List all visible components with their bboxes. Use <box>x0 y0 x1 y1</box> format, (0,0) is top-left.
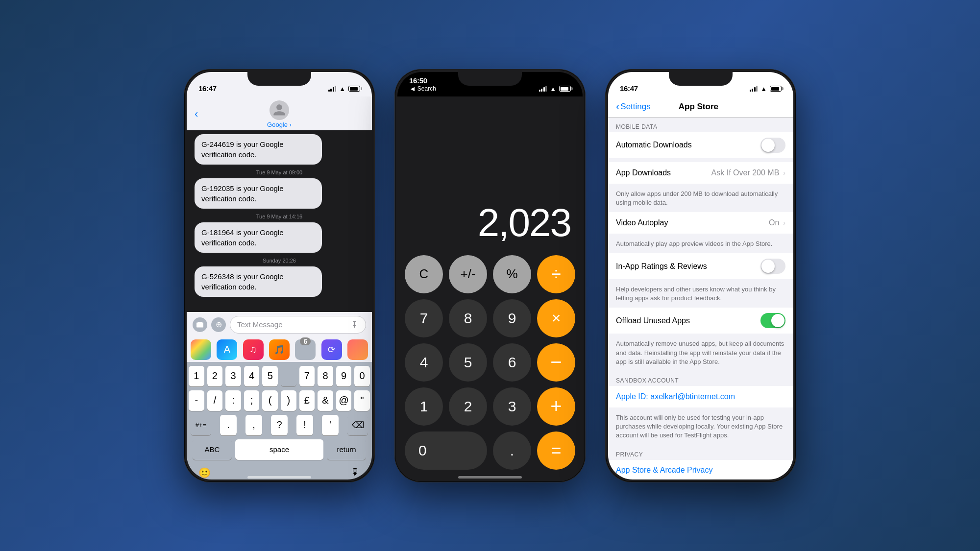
camera-icon[interactable] <box>193 317 207 332</box>
contact-info[interactable]: Google › <box>267 100 292 128</box>
btn-1[interactable]: 1 <box>405 387 443 426</box>
key-4[interactable]: 4 <box>244 366 260 386</box>
key-space[interactable] <box>281 366 296 386</box>
key-semicolon[interactable]: ; <box>244 390 260 411</box>
key-slash[interactable]: / <box>207 390 223 411</box>
phone-settings: 16:47 ▲ ‹ Settings App Store <box>605 69 796 482</box>
btn-equals[interactable]: = <box>537 431 575 470</box>
btn-multiply[interactable]: × <box>537 299 575 337</box>
key-colon[interactable]: : <box>225 390 241 411</box>
key-amp[interactable]: & <box>318 390 333 411</box>
key-comma[interactable]: , <box>245 415 262 435</box>
key-8[interactable]: 8 <box>318 366 333 386</box>
apps-icon[interactable]: ⊕ <box>211 317 226 332</box>
btn-0[interactable]: 0 <box>405 431 487 470</box>
btn-4[interactable]: 4 <box>405 343 443 382</box>
key-at[interactable]: @ <box>336 390 352 411</box>
status-bar-1: 16:47 ▲ <box>187 72 372 96</box>
toggle-offload-apps[interactable] <box>760 313 785 328</box>
photos-app-icon[interactable] <box>191 339 211 360</box>
btn-7[interactable]: 7 <box>405 299 443 337</box>
btn-2[interactable]: 2 <box>449 387 487 426</box>
memo-app-icon[interactable]: 🎵 <box>269 339 290 360</box>
key-pound[interactable]: £ <box>299 390 315 411</box>
btn-clear[interactable]: C <box>405 255 443 293</box>
btn-percent[interactable]: % <box>493 255 531 293</box>
chevron-app-downloads-icon: › <box>783 169 785 177</box>
btn-plusminus[interactable]: +/- <box>449 255 487 293</box>
key-backspace[interactable]: ⌫ <box>347 415 368 435</box>
key-abc[interactable]: ABC <box>193 439 232 460</box>
key-return[interactable]: return <box>327 439 366 460</box>
settings-content: MOBILE DATA Automatic Downloads App Down… <box>608 118 793 479</box>
appstore-app-icon[interactable]: A <box>217 339 237 360</box>
btn-plus[interactable]: + <box>537 387 575 426</box>
btn-minus[interactable]: − <box>537 343 575 382</box>
message-bubble-4: G-526348 is your Google verification cod… <box>195 266 322 297</box>
group-sandbox: Apple ID: axelkarl@btinternet.com <box>608 386 793 407</box>
row-video-autoplay[interactable]: Video Autoplay On › <box>608 212 793 234</box>
key-2[interactable]: 2 <box>207 366 223 386</box>
back-search[interactable]: ◄ Search <box>409 85 436 93</box>
toggle-inapp-ratings[interactable] <box>760 259 785 274</box>
key-5[interactable]: 5 <box>262 366 278 386</box>
row-apple-id[interactable]: Apple ID: axelkarl@btinternet.com <box>608 386 793 407</box>
apple-id-link: Apple ID: axelkarl@btinternet.com <box>616 392 735 401</box>
back-button[interactable]: ‹ <box>195 108 198 120</box>
shortcuts-app-icon[interactable]: ⟳ <box>321 339 342 360</box>
calc-row-4: 1 2 3 + <box>403 387 577 426</box>
symbol-row: - / : ; ( ) £ & @ " <box>189 390 370 411</box>
key-3[interactable]: 3 <box>225 366 241 386</box>
contact-name[interactable]: Google › <box>267 121 292 128</box>
mic-keyboard-icon[interactable]: 🎙 <box>350 467 360 478</box>
music-app-icon[interactable]: ♫ <box>243 339 264 360</box>
key-apostrophe[interactable]: ' <box>322 415 339 435</box>
key-lparen[interactable]: ( <box>262 390 278 411</box>
key-rparen[interactable]: ) <box>281 390 296 411</box>
group-automatic-downloads: Automatic Downloads <box>608 132 793 158</box>
group-video-autoplay: Video Autoplay On › <box>608 212 793 234</box>
settings-back-button[interactable]: ‹ Settings <box>616 100 651 113</box>
phone-messages: 16:47 ▲ ‹ <box>184 69 375 482</box>
settings-page-title: App Store <box>655 102 742 112</box>
message-text-input[interactable]: Text Message 🎙 <box>230 316 366 334</box>
key-dash[interactable]: - <box>189 390 204 411</box>
emoji-icon[interactable]: 🙂 <box>198 467 211 479</box>
row-automatic-downloads: Automatic Downloads <box>608 132 793 158</box>
key-quote[interactable]: " <box>354 390 370 411</box>
key-1[interactable]: 1 <box>189 366 204 386</box>
key-0[interactable]: 0 <box>354 366 370 386</box>
toggle-automatic-downloads[interactable] <box>760 138 785 153</box>
btn-divide[interactable]: ÷ <box>537 255 575 293</box>
group-offload-apps: Offload Unused Apps <box>608 308 793 334</box>
row-app-downloads[interactable]: App Downloads Ask If Over 200 MB › <box>608 162 793 184</box>
btn-6[interactable]: 6 <box>493 343 531 382</box>
calc-row-3: 4 5 6 − <box>403 343 577 382</box>
key-question[interactable]: ? <box>271 415 288 435</box>
bottom-keyboard-row: #+= . , ? ! ' ⌫ <box>189 415 370 435</box>
battery-icon-2 <box>559 86 571 92</box>
back-arrow-icon: ‹ <box>195 108 198 120</box>
badge-icon[interactable]: 6 <box>295 339 316 360</box>
btn-3[interactable]: 3 <box>493 387 531 426</box>
key-space[interactable]: space <box>235 439 323 460</box>
search-back-label: Search <box>417 85 436 92</box>
btn-decimal[interactable]: . <box>493 431 531 470</box>
btn-5[interactable]: 5 <box>449 343 487 382</box>
home-indicator-2 <box>458 476 522 479</box>
key-9[interactable]: 9 <box>336 366 352 386</box>
message-bubble-2: G-192035 is your Google verification cod… <box>195 178 322 209</box>
btn-9[interactable]: 9 <box>493 299 531 337</box>
status-bar-3: 16:47 ▲ <box>608 72 793 96</box>
key-exclaim[interactable]: ! <box>296 415 313 435</box>
avatar-app-icon[interactable] <box>347 339 368 360</box>
btn-8[interactable]: 8 <box>449 299 487 337</box>
key-hash-plus[interactable]: #+= <box>191 415 211 435</box>
wifi-icon-3: ▲ <box>760 85 767 93</box>
timestamp-2: Tue 9 May at 14:16 <box>195 214 364 219</box>
key-7[interactable]: 7 <box>299 366 315 386</box>
keyboard-action-row: ABC space return <box>189 439 370 464</box>
key-period[interactable]: . <box>220 415 237 435</box>
timestamp-1: Tue 9 May at 09:00 <box>195 169 364 175</box>
chevron-video-autoplay-icon: › <box>783 219 785 227</box>
